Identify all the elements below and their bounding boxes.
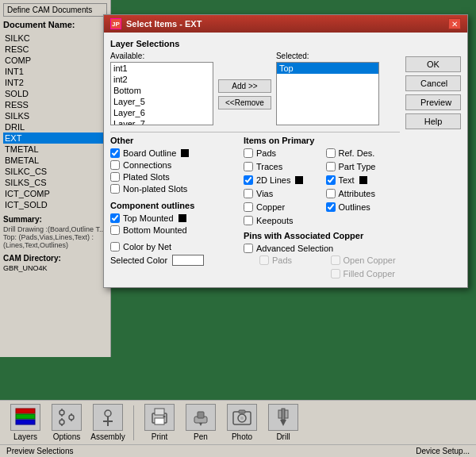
remove-button[interactable]: <<Remove: [218, 96, 271, 109]
available-list-item[interactable]: int1: [111, 63, 213, 74]
cam-doc-item[interactable]: COMP: [3, 55, 107, 66]
help-button[interactable]: Help: [405, 113, 461, 129]
primary-item-checkbox[interactable]: [244, 175, 253, 185]
primary-item-checkbox[interactable]: [244, 216, 253, 225]
photo-label: Photo: [232, 432, 252, 441]
other-check-label: Plated Slots: [123, 172, 170, 182]
primary-items-grid: PadsRef. Des.TracesPart Type2D LinesText…: [244, 148, 400, 228]
svg-marker-27: [280, 420, 286, 426]
available-list-item[interactable]: int2: [111, 74, 213, 85]
svg-point-3: [60, 410, 64, 415]
primary-item-label: Ref. Des.: [339, 148, 375, 158]
cam-doc-item[interactable]: SILKS_CS: [3, 177, 107, 188]
primary-color-swatch[interactable]: [295, 176, 303, 184]
primary-item-row: Outlines: [326, 202, 401, 212]
svg-rect-1: [16, 414, 35, 419]
available-list-item[interactable]: Layer_5: [111, 96, 213, 107]
cam-doc-item[interactable]: SOLD: [3, 88, 107, 99]
cancel-button[interactable]: Cancel: [405, 75, 461, 91]
color-by-net-checkbox[interactable]: [110, 242, 120, 252]
other-checkbox[interactable]: [110, 172, 120, 182]
cam-doc-item[interactable]: ICT_SOLD: [3, 199, 107, 210]
comp-outline-row: Top Mounted: [110, 213, 237, 223]
comp-color-swatch[interactable]: [178, 214, 186, 222]
primary-item-checkbox[interactable]: [326, 162, 336, 171]
advanced-selection-label: Advanced Selection: [256, 244, 333, 253]
cam-doc-item[interactable]: RESC: [3, 44, 107, 55]
primary-item-checkbox[interactable]: [326, 175, 336, 185]
primary-item-checkbox[interactable]: [244, 148, 253, 158]
selected-listbox[interactable]: Top: [276, 62, 379, 125]
preview-selections-label[interactable]: Preview Selections: [6, 447, 73, 455]
cam-doc-item[interactable]: DRIL: [3, 121, 107, 132]
svg-rect-0: [16, 409, 35, 413]
cam-doc-item[interactable]: BMETAL: [3, 155, 107, 166]
drill-label: Drill: [276, 432, 290, 441]
ok-button[interactable]: OK: [405, 56, 461, 72]
toolbar-print[interactable]: Print: [140, 404, 178, 441]
available-list-item[interactable]: Bottom: [111, 85, 213, 96]
toolbar-icon-area: Layers Options: [0, 401, 476, 444]
summary-text: Drill Drawing :(Board,Outline T... Top: …: [3, 225, 107, 249]
available-listbox[interactable]: int1int2BottomLayer_5Layer_6Layer_7: [110, 62, 213, 125]
pads-copper-label: Pads: [272, 255, 292, 265]
selected-color-swatch[interactable]: [172, 255, 204, 266]
cam-doc-item[interactable]: RESS: [3, 99, 107, 110]
preview-button[interactable]: Preview: [405, 94, 461, 110]
other-checkbox[interactable]: [110, 160, 120, 170]
cam-doc-item[interactable]: SILKC: [3, 33, 107, 44]
other-check-row: Non-plated Slots: [110, 184, 237, 194]
add-button[interactable]: Add >>: [218, 79, 271, 93]
cam-doc-item[interactable]: INT1: [3, 66, 107, 77]
primary-item-checkbox[interactable]: [244, 162, 253, 171]
pads-copper-checkbox: [259, 255, 269, 265]
svg-rect-26: [282, 409, 285, 420]
print-icon: [144, 404, 175, 431]
pen-icon: [186, 404, 216, 431]
svg-rect-2: [16, 420, 35, 424]
primary-item-label: Copper: [256, 202, 285, 212]
color-swatch[interactable]: [181, 149, 189, 157]
comp-outline-checkbox[interactable]: [110, 225, 120, 235]
available-list-item[interactable]: Layer_6: [111, 107, 213, 118]
cam-doc-item[interactable]: SILKS: [3, 110, 107, 121]
primary-color-swatch[interactable]: [359, 176, 367, 184]
primary-item-checkbox[interactable]: [326, 202, 336, 212]
svg-point-6: [69, 415, 74, 420]
toolbar-photo[interactable]: Photo: [223, 404, 261, 441]
other-checkbox[interactable]: [110, 184, 120, 194]
cam-dir-label: CAM Directory:: [3, 254, 107, 263]
available-list-item[interactable]: Layer_7: [111, 118, 213, 125]
available-label: Available:: [110, 52, 213, 60]
primary-item-row: Attributes: [326, 189, 401, 198]
cam-doc-item[interactable]: SILKC_CS: [3, 166, 107, 177]
device-setup-label[interactable]: Device Setup...: [416, 447, 470, 455]
primary-item-checkbox[interactable]: [326, 148, 336, 158]
cam-doc-item[interactable]: ICT_COMP: [3, 188, 107, 199]
selected-list-item[interactable]: Top: [277, 63, 378, 74]
toolbar-layers[interactable]: Layers: [6, 404, 44, 441]
primary-item-row: Pads: [244, 148, 318, 158]
other-check-label: Board Outline: [123, 148, 176, 158]
toolbar-options[interactable]: Options: [48, 404, 86, 441]
layers-icon: [10, 404, 40, 431]
primary-item-checkbox[interactable]: [244, 202, 253, 212]
other-check-row: Connections: [110, 160, 237, 170]
other-checkbox[interactable]: [110, 148, 120, 158]
define-cam-button[interactable]: Define CAM Documents: [3, 3, 107, 17]
toolbar-drill[interactable]: Drill: [264, 404, 302, 441]
options-icon: [52, 404, 82, 431]
primary-item-checkbox[interactable]: [326, 189, 336, 198]
comp-outline-checkbox[interactable]: [110, 213, 120, 223]
advanced-selection-checkbox[interactable]: [244, 244, 253, 253]
select-items-dialog: JP Select Items - EXT ✕ OK Cancel Previe…: [103, 14, 468, 288]
primary-item-row: Part Type: [326, 162, 401, 171]
toolbar-pen[interactable]: Pen: [182, 404, 220, 441]
toolbar-assembly[interactable]: Assembly: [89, 404, 127, 441]
cam-doc-item[interactable]: EXT: [3, 132, 107, 144]
svg-point-9: [60, 420, 64, 424]
primary-item-checkbox[interactable]: [244, 189, 253, 198]
cam-doc-item[interactable]: TMETAL: [3, 144, 107, 155]
close-button[interactable]: ✕: [448, 18, 461, 29]
cam-doc-item[interactable]: INT2: [3, 77, 107, 88]
